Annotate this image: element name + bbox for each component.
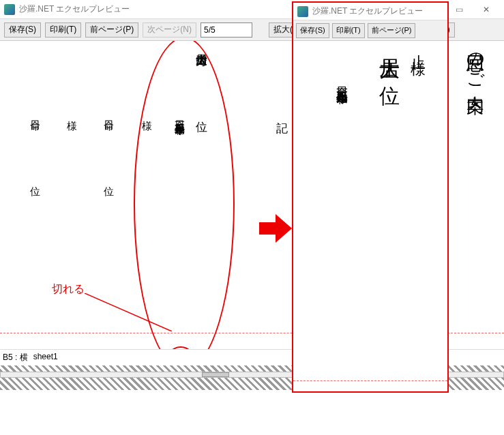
save-button[interactable]: 保存(S) — [4, 22, 41, 38]
svg-marker-1 — [259, 214, 292, 243]
sub-page-boundary — [293, 380, 447, 381]
col-meinichi-1: 命日位 — [27, 112, 44, 178]
col-title-right: 回忌のご案内 — [461, 41, 490, 82]
col-meinichi-2: 命日位 — [101, 112, 117, 178]
sub-col-big: 大居士位 — [375, 42, 404, 70]
close-window-button[interactable]: ✕ — [473, 2, 500, 17]
prev-page-button[interactable]: 前ページ(P) — [85, 22, 138, 38]
sub-toolbar: 保存(S) 印刷(T) 前ページ(P) — [293, 20, 447, 41]
col-meinichi-3: 命日令和元年十二月三十一 — [172, 112, 188, 117]
sub-prev-page-button[interactable]: 前ページ(P) — [368, 23, 416, 38]
sub-col-sm: 命日令和元年十二月三十一日 — [334, 78, 350, 83]
sub-canvas: 大居士位 止様 命日令和元年十二月三十一日 — [293, 41, 447, 391]
arrow-icon — [259, 214, 292, 243]
app-icon — [4, 4, 15, 15]
app-icon — [297, 6, 308, 17]
svg-line-0 — [85, 293, 172, 331]
cell-ref: B5 : 横 — [3, 352, 28, 363]
sub-window: 沙羅.NET エクセルプレビュー 保存(S) 印刷(T) 前ページ(P) 大居士… — [292, 1, 449, 393]
print-button[interactable]: 印刷(T) — [45, 22, 81, 38]
annotation-label: 切れる — [52, 282, 85, 297]
next-page-button: 次ページ(N) — [143, 22, 196, 38]
maximize-button[interactable]: ▭ — [445, 2, 473, 17]
annotation-line — [85, 293, 175, 331]
col-name-main: 山秀道大居士位 — [192, 45, 211, 112]
sub-window-title: 沙羅.NET エクセルプレビュー — [312, 5, 443, 17]
sub-save-button[interactable]: 保存(S) — [296, 23, 329, 38]
sheet-tab[interactable]: sheet1 — [33, 352, 58, 363]
sub-titlebar: 沙羅.NET エクセルプレビュー — [293, 3, 447, 20]
annotation-ellipse — [134, 41, 235, 371]
sub-print-button[interactable]: 印刷(T) — [332, 23, 365, 38]
sub-col-mid: 止様 — [408, 42, 428, 49]
scrollbar-thumb[interactable] — [202, 372, 229, 377]
page-field[interactable]: 5/5 — [201, 22, 252, 38]
